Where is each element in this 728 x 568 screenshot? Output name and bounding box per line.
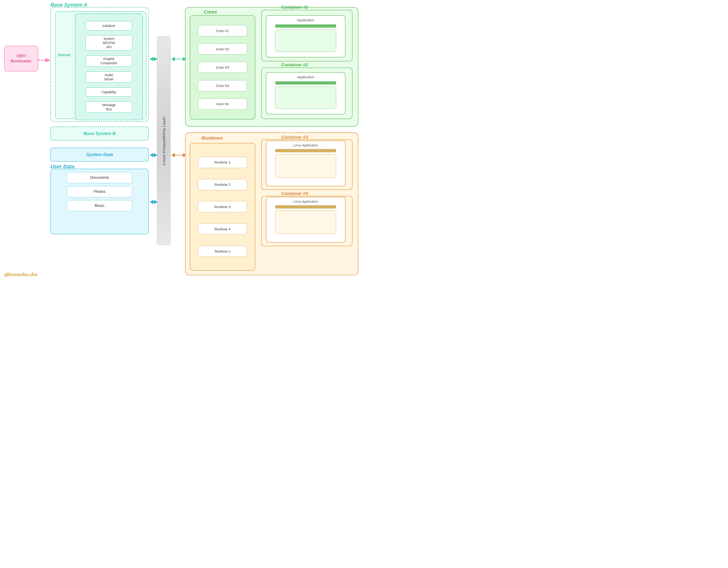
svg-marker-0 [38, 59, 39, 62]
arrow-green-top [149, 56, 158, 63]
user-data-documents: Documents [67, 172, 132, 183]
services-column: Initializer System RESTful API Graphic C… [75, 14, 143, 120]
uefi-bootloader-box: UEFI Bootloader [4, 46, 38, 71]
kernel-label: Kernel [58, 53, 71, 57]
base-system-b-label: Base System B [83, 131, 115, 136]
service-restful-api: System RESTful API [85, 35, 132, 51]
container1-app-label: Application [297, 18, 314, 22]
runtimes-label: Runtimes [201, 135, 223, 141]
runtime-4: Runtime 4 [198, 223, 247, 234]
runtime-2: Runtime 2 [198, 179, 247, 190]
runtimes-section: Runtime 1 Runtime 2 Runtime 3 Runtime 4 … [190, 143, 255, 270]
container2-app-bar [275, 81, 336, 85]
container2-app-inner [275, 86, 336, 109]
container4-app-box: Linux Application [266, 197, 345, 242]
watermark: @homashu.shu [4, 271, 37, 277]
container1-app-inner [275, 30, 336, 52]
service-audio-server: Audio Server [85, 71, 132, 83]
user-data-section: Documents Photos Music [50, 169, 149, 234]
container1-app-bar [275, 24, 336, 28]
container3-app-inner [275, 154, 336, 178]
runtime-3: Runtime 3 [198, 201, 247, 212]
container2-app-box: Application [266, 72, 345, 114]
cores-label: Cores [204, 9, 217, 15]
service-graphic-compositor: Graphic Compositor [85, 55, 132, 67]
container2-app-label: Application [297, 75, 314, 79]
linux-compat-bar: Linux Compatibility Layer [157, 36, 171, 245]
core-v3: Core V3 [198, 62, 247, 73]
base-system-a-label: Base System A [50, 2, 87, 8]
service-message-bus: Message Bus [85, 101, 132, 113]
arrow-blue-left [149, 152, 158, 159]
container1-app-box: Application [266, 15, 345, 57]
system-data-label: System Data [86, 152, 113, 157]
core-v4: Core V4 [198, 80, 247, 91]
runtime-1: Runtime 1 [198, 157, 247, 168]
container4-app-inner [275, 210, 336, 234]
container3-app-bar [275, 149, 336, 152]
container4-app-bar [275, 205, 336, 208]
service-initializer: Initializer [85, 21, 132, 30]
user-data-music: Music [67, 200, 132, 211]
runtime-x: Runtime x [198, 245, 247, 257]
core-v1: Core V1 [198, 25, 247, 36]
uefi-label: UEFI Bootloader [11, 53, 32, 64]
core-v2: Core V2 [198, 43, 247, 55]
cores-section: Core V1 Core V2 Core V3 Core V4 Core Vx [190, 15, 255, 119]
system-data: System Data [50, 148, 149, 162]
core-vx: Core Vx [198, 98, 247, 110]
uefi-arrow [38, 57, 51, 63]
container2-label: Container #2 [281, 62, 308, 67]
container1-label: Container #1 [281, 5, 308, 10]
base-system-b: Base System B [50, 126, 149, 141]
service-capability: Capability [85, 87, 132, 97]
container4-label: Container #4 [281, 191, 308, 196]
linux-compat-label: Linux Compatibility Layer [162, 116, 166, 165]
arrow-blue-userdata [149, 199, 158, 206]
container4-app-label: Linux Application [293, 200, 318, 203]
container3-app-label: Linux Application [293, 143, 318, 147]
diagram: UEFI Bootloader Base System A Kernel Ini… [0, 0, 364, 284]
user-data-photos: Photos [67, 186, 132, 197]
container3-label: Container #3 [281, 135, 308, 140]
container3-app-box: Linux Application [266, 141, 345, 186]
